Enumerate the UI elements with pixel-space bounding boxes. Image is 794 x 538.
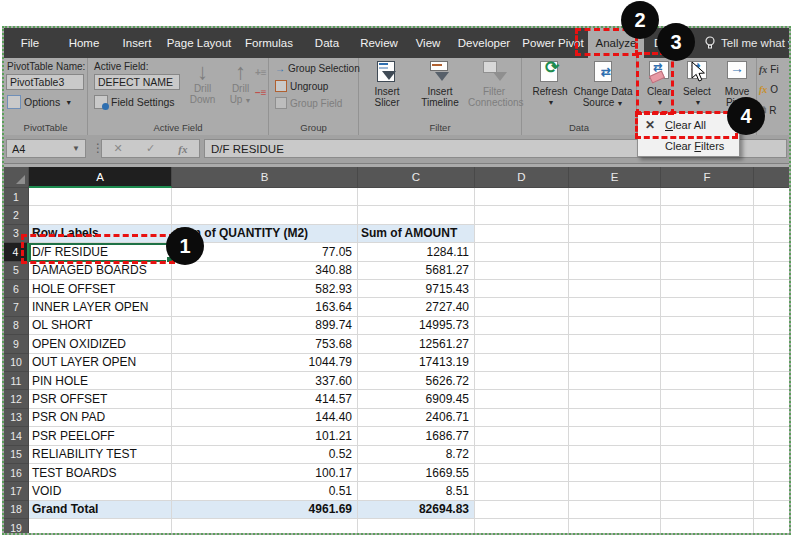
menu-item-clear-filters[interactable]: Clear Filters <box>638 136 739 156</box>
cell-A1[interactable] <box>29 188 172 206</box>
cell-A3[interactable]: Row Labels <box>29 225 172 243</box>
enter-icon[interactable]: ✓ <box>146 142 155 155</box>
tab-file[interactable]: File <box>4 28 56 58</box>
cell-A10[interactable]: OUT LAYER OPEN <box>29 354 172 372</box>
cell-B13[interactable]: 144.40 <box>172 409 358 427</box>
cell-C19[interactable] <box>358 519 475 533</box>
cell-D14[interactable] <box>475 427 569 445</box>
tab-review[interactable]: Review <box>352 28 406 58</box>
cell-E8[interactable] <box>569 317 661 335</box>
cell-E13[interactable] <box>569 409 661 427</box>
cell-F2[interactable] <box>661 206 754 224</box>
cell-G7[interactable] <box>754 298 789 316</box>
tab-page-layout[interactable]: Page Layout <box>162 28 236 58</box>
cell-D11[interactable] <box>475 372 569 390</box>
cell-C15[interactable]: 8.72 <box>358 446 475 464</box>
group-selection-button[interactable]: → Group Selection <box>275 63 360 74</box>
cell-A6[interactable]: HOLE OFFSET <box>29 280 172 298</box>
row-header-15[interactable]: 15 <box>4 446 29 464</box>
cell-C18[interactable]: 82694.83 <box>358 501 475 519</box>
cell-E10[interactable] <box>569 354 661 372</box>
refresh-button[interactable]: ⟳ Refresh ▼ <box>528 60 572 108</box>
cell-F5[interactable] <box>661 262 754 280</box>
cell-C5[interactable]: 5681.27 <box>358 262 475 280</box>
cell-D17[interactable] <box>475 482 569 500</box>
drill-up-button[interactable]: ↑ Drill Up▼ <box>222 61 259 106</box>
row-header-11[interactable]: 11 <box>4 372 29 390</box>
tab-home[interactable]: Home <box>56 28 112 58</box>
ungroup-button[interactable]: Ungroup <box>275 80 328 92</box>
cell-C1[interactable] <box>358 188 475 206</box>
cell-D8[interactable] <box>475 317 569 335</box>
row-header-18[interactable]: 18 <box>4 501 29 519</box>
cell-G5[interactable] <box>754 262 789 280</box>
cell-D16[interactable] <box>475 464 569 482</box>
cell-G8[interactable] <box>754 317 789 335</box>
cell-F3[interactable] <box>661 225 754 243</box>
row-header-4[interactable]: 4 <box>4 243 29 261</box>
cell-B10[interactable]: 1044.79 <box>172 354 358 372</box>
cell-A5[interactable]: DAMAGED BOARDS <box>29 262 172 280</box>
cell-G14[interactable] <box>754 427 789 445</box>
cell-G19[interactable] <box>754 519 789 533</box>
change-data-source-button[interactable]: ⇄ Change Data Source▼ <box>572 60 634 109</box>
cell-E4[interactable] <box>569 243 661 261</box>
cell-B19[interactable] <box>172 519 358 533</box>
cell-D13[interactable] <box>475 409 569 427</box>
cell-B14[interactable]: 101.21 <box>172 427 358 445</box>
row-header-16[interactable]: 16 <box>4 464 29 482</box>
cell-C6[interactable]: 9715.43 <box>358 280 475 298</box>
cell-F9[interactable] <box>661 335 754 353</box>
cell-C12[interactable]: 6909.45 <box>358 390 475 408</box>
menu-item-clear-all[interactable]: ✕ Clear All <box>638 113 739 136</box>
cell-D6[interactable] <box>475 280 569 298</box>
cell-B16[interactable]: 100.17 <box>172 464 358 482</box>
cell-E3[interactable] <box>569 225 661 243</box>
cell-B7[interactable]: 163.64 <box>172 298 358 316</box>
cell-D10[interactable] <box>475 354 569 372</box>
cell-G4[interactable] <box>754 243 789 261</box>
cell-E11[interactable] <box>569 372 661 390</box>
field-settings-button[interactable]: Field Settings <box>94 95 175 109</box>
cell-B17[interactable]: 0.51 <box>172 482 358 500</box>
cell-B12[interactable]: 414.57 <box>172 390 358 408</box>
cell-E12[interactable] <box>569 390 661 408</box>
row-header-3[interactable]: 3 <box>4 225 29 243</box>
tab-insert[interactable]: Insert <box>112 28 162 58</box>
cell-A4[interactable]: D/F RESIDUE <box>29 243 172 261</box>
cell-E6[interactable] <box>569 280 661 298</box>
cell-B9[interactable]: 753.68 <box>172 335 358 353</box>
cell-A18[interactable]: Grand Total <box>29 501 172 519</box>
cell-A13[interactable]: PSR ON PAD <box>29 409 172 427</box>
cell-A19[interactable] <box>29 519 172 533</box>
cell-E1[interactable] <box>569 188 661 206</box>
cell-G3[interactable] <box>754 225 789 243</box>
cell-A15[interactable]: RELIABILITY TEST <box>29 446 172 464</box>
cell-F18[interactable] <box>661 501 754 519</box>
row-header-7[interactable]: 7 <box>4 298 29 316</box>
cell-C2[interactable] <box>358 206 475 224</box>
cell-C13[interactable]: 2406.71 <box>358 409 475 427</box>
cell-B6[interactable]: 582.93 <box>172 280 358 298</box>
cell-G18[interactable] <box>754 501 789 519</box>
cell-F14[interactable] <box>661 427 754 445</box>
row-header-6[interactable]: 6 <box>4 280 29 298</box>
insert-function-icon[interactable]: fx <box>178 143 187 155</box>
filter-connections-button[interactable]: Filter Connections <box>468 60 520 108</box>
cell-F6[interactable] <box>661 280 754 298</box>
cell-E2[interactable] <box>569 206 661 224</box>
cell-C14[interactable]: 1686.77 <box>358 427 475 445</box>
cell-E17[interactable] <box>569 482 661 500</box>
cell-F16[interactable] <box>661 464 754 482</box>
cancel-icon[interactable]: ✕ <box>114 142 123 155</box>
tell-me-box[interactable]: Tell me what you <box>704 28 789 58</box>
cell-A12[interactable]: PSR OFFSET <box>29 390 172 408</box>
collapse-field-icon[interactable]: −≡ <box>255 88 267 98</box>
column-header-E[interactable]: E <box>569 167 661 188</box>
cell-A16[interactable]: TEST BOARDS <box>29 464 172 482</box>
cell-G2[interactable] <box>754 206 789 224</box>
cell-G1[interactable] <box>754 188 789 206</box>
tab-power-pivot[interactable]: Power Pivot <box>518 28 588 58</box>
cell-D3[interactable] <box>475 225 569 243</box>
cell-E5[interactable] <box>569 262 661 280</box>
